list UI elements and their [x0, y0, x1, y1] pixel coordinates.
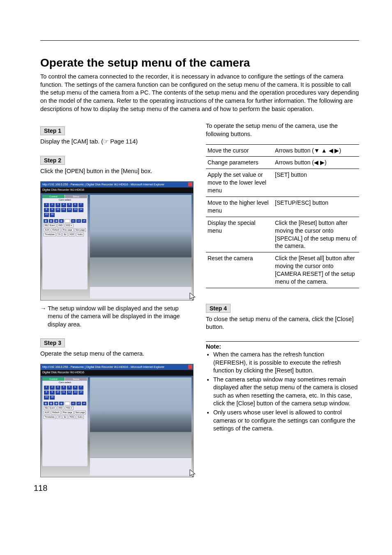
note-heading: Note: [206, 343, 359, 350]
close-icon[interactable] [188, 365, 192, 369]
table-row: Change parametersArrows button (◀ ▶) [206, 157, 359, 169]
operations-table: Move the cursorArrows button (▼ ▲ ◀ ▶)Ch… [206, 144, 359, 288]
cursor-icon [188, 469, 198, 481]
op-button: Click the [Reset] button after moving th… [273, 217, 359, 252]
browser-title-text: http://192.168.0.250 - Panasonic | Digit… [42, 183, 164, 186]
op-action: Change parameters [206, 157, 273, 169]
step2-body: Click the [OPEN] button in the [Menu] bo… [40, 167, 194, 176]
step-label-3: Step 3 [40, 338, 65, 347]
close-icon[interactable] [188, 182, 192, 186]
tab-control[interactable]: Control [42, 195, 65, 198]
video-area [90, 377, 191, 457]
screenshot-step3: http://192.168.0.250 - Panasonic | Digit… [40, 364, 194, 477]
cursor-icon [188, 292, 198, 304]
list-item: When the camera has the refresh function… [213, 351, 359, 375]
cam-select-label: Cam select [42, 198, 88, 201]
step3-body: Operate the setup menu of the camera. [40, 350, 194, 358]
step2-result: → The setup window will be displayed and… [40, 305, 194, 329]
op-button: [SETUP/ESC] button [273, 197, 359, 217]
table-row: Apply the set value or move to the lower… [206, 169, 359, 197]
intro-text: To control the camera connected to the r… [40, 73, 359, 113]
video-area [90, 195, 191, 286]
app-header: Digital Disk Recorder WJ-HD616 [41, 187, 193, 193]
screenshot-step2: http://192.168.0.250 - Panasonic | Digit… [40, 181, 194, 301]
table-row: Move the cursorArrows button (▼ ▲ ◀ ▶) [206, 144, 359, 157]
op-action: Move to the higher level menu [206, 197, 273, 217]
table-row: Reset the cameraClick the [Reset all] bu… [206, 252, 359, 288]
table-row: Move to the higher level menu[SETUP/ESC]… [206, 197, 359, 217]
app-header: Digital Disk Recorder WJ-HD616 [41, 370, 193, 376]
cam-select-label: Cam select [42, 381, 88, 384]
op-action: Reset the camera [206, 252, 273, 288]
op-action: Apply the set value or move to the lower… [206, 169, 273, 197]
browser-title-text: http://192.168.0.250 - Panasonic | Digit… [42, 365, 164, 368]
right-lead: To operate the setup menu of the camera,… [206, 122, 359, 138]
op-button: Click the [Reset all] button after movin… [273, 252, 359, 288]
page-title: Operate the setup menu of the camera [40, 56, 359, 69]
cam-grid[interactable]: 12345678 910111213141516 [42, 201, 88, 219]
op-button: Arrows button (◀ ▶) [273, 157, 359, 169]
browser-title-bar: http://192.168.0.250 - Panasonic | Digit… [41, 182, 193, 187]
step4-body: To close the setup menu of the camera, c… [206, 315, 359, 331]
control-panel: Control Setup Cam select 12345678 910111… [42, 377, 88, 466]
cam-grid[interactable]: 12345678 910111213141516 [42, 384, 88, 401]
op-action: Display the special menu [206, 217, 273, 252]
tab-setup[interactable]: Setup [65, 195, 88, 198]
op-action: Move the cursor [206, 144, 273, 157]
cam-bottom-bar [90, 458, 191, 475]
page-number: 118 [34, 483, 47, 493]
step-label-4: Step 4 [206, 304, 231, 313]
op-button: Arrows button (▼ ▲ ◀ ▶) [273, 144, 359, 157]
browser-title-bar: http://192.168.0.250 - Panasonic | Digit… [41, 364, 193, 370]
list-item: Only users whose user level is allowed t… [213, 409, 359, 433]
cam-bottom-bar [90, 287, 191, 298]
op-button: [SET] button [273, 169, 359, 197]
table-row: Display the special menuClick the [Reset… [206, 217, 359, 252]
step-label-2: Step 2 [40, 156, 65, 165]
control-panel: Control Setup Cam select 12345678 910111… [42, 195, 88, 289]
step1-body: Display the [CAM] tab. (☞ Page 114) [40, 138, 194, 146]
list-item: The camera setup window may sometimes re… [213, 376, 359, 408]
tab-setup[interactable]: Setup [65, 377, 88, 381]
step-label-1: Step 1 [40, 126, 65, 135]
notes-list: When the camera has the refresh function… [206, 351, 359, 433]
tab-control[interactable]: Control [42, 377, 65, 381]
